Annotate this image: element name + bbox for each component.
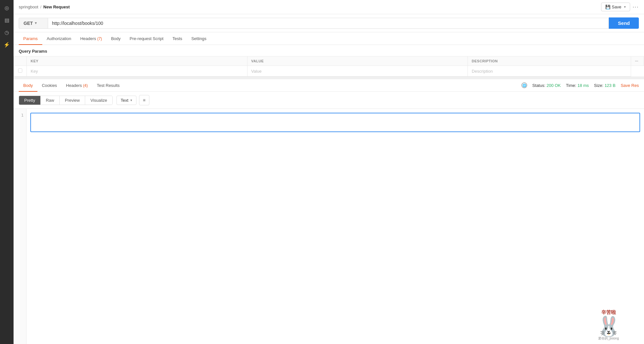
tab-headers[interactable]: Headers (7) — [76, 32, 106, 45]
value-col-header: VALUE — [247, 57, 468, 66]
text-format-dropdown[interactable]: Text ▾ — [116, 96, 136, 105]
collection-name: springboot — [19, 5, 38, 9]
status-value: 200 OK — [547, 83, 561, 88]
text-format-chevron-icon: ▾ — [130, 98, 132, 102]
tab-pre-request-script[interactable]: Pre-request Script — [125, 32, 168, 45]
wrap-button[interactable]: ≡ — [139, 95, 149, 105]
pretty-button[interactable]: Pretty — [19, 96, 41, 105]
size-value: 123 B — [605, 83, 616, 88]
response-tab-cookies[interactable]: Cookies — [37, 79, 62, 92]
line-number-1: 1 — [16, 113, 24, 118]
response-section: Body Cookies Headers (4) Test Results 🌐 … — [14, 79, 644, 344]
request-name: New Request — [43, 5, 70, 9]
code-area[interactable] — [26, 109, 644, 344]
sidebar: ◎ ▤ ◷ ⚡ — [0, 0, 14, 344]
response-tab-body[interactable]: Body — [19, 79, 37, 92]
url-bar: GET ▾ Send — [14, 14, 644, 32]
breadcrumb-separator: / — [40, 5, 42, 9]
value-placeholder: Value — [251, 69, 262, 74]
checkbox-col-header — [14, 57, 27, 66]
status-label: Status: 200 OK — [532, 83, 561, 88]
topbar-actions: 💾 Save ▾ ··· — [601, 3, 639, 11]
response-tabs-row: Body Cookies Headers (4) Test Results 🌐 … — [14, 79, 644, 92]
request-tabs: Params Authorization Headers (7) Body Pr… — [14, 32, 644, 45]
desc-placeholder: Description — [472, 69, 493, 74]
history-icon[interactable]: ◷ — [2, 27, 12, 37]
key-col-header: KEY — [27, 57, 247, 66]
main-content: springboot / New Request 💾 Save ▾ ··· GE… — [14, 0, 644, 344]
response-content: 1 — [14, 109, 644, 344]
tab-body[interactable]: Body — [106, 32, 125, 45]
method-label: GET — [24, 21, 33, 26]
tab-settings[interactable]: Settings — [187, 32, 211, 45]
folder-icon[interactable]: ▤ — [2, 15, 12, 25]
globe-icon: 🌐 — [521, 82, 527, 88]
logo-icon[interactable]: ◎ — [2, 3, 12, 13]
headers-badge: (7) — [97, 36, 102, 41]
save-icon: 💾 — [605, 5, 610, 9]
response-text-box[interactable] — [30, 113, 640, 132]
response-tab-test-results[interactable]: Test Results — [92, 79, 124, 92]
visualize-button[interactable]: Visualize — [85, 96, 112, 105]
request-section: Query Params KEY VALUE DESCRIPTION ··· — [14, 45, 644, 77]
section-divider — [14, 77, 644, 79]
row-checkbox[interactable] — [18, 68, 22, 73]
table-row: Key Value Description — [14, 66, 644, 77]
line-numbers: 1 — [14, 109, 26, 344]
time-label: Time: 18 ms — [566, 83, 589, 88]
tab-authorization[interactable]: Authorization — [42, 32, 76, 45]
more-col-header: ··· — [631, 57, 644, 66]
chart-icon[interactable]: ⚡ — [2, 39, 12, 50]
response-status: 🌐 Status: 200 OK Time: 18 ms Size: 123 B… — [521, 82, 639, 88]
params-table: KEY VALUE DESCRIPTION ··· Key Value — [14, 56, 644, 77]
response-tab-headers[interactable]: Headers (4) — [62, 79, 92, 92]
method-chevron-icon: ▾ — [35, 21, 37, 25]
key-placeholder: Key — [31, 69, 38, 74]
breadcrumb: springboot / New Request — [19, 5, 70, 9]
topbar: springboot / New Request 💾 Save ▾ ··· — [14, 0, 644, 14]
time-value: 18 ms — [578, 83, 589, 88]
format-group: Pretty Raw Preview Visualize — [19, 96, 113, 105]
url-input[interactable] — [48, 18, 609, 29]
save-button[interactable]: 💾 Save ▾ — [601, 3, 630, 11]
response-headers-badge: (4) — [83, 83, 88, 88]
response-tabs: Body Cookies Headers (4) Test Results — [19, 79, 124, 91]
send-button[interactable]: Send — [609, 17, 639, 29]
save-response-button[interactable]: Save Res — [621, 83, 639, 88]
tab-params[interactable]: Params — [19, 32, 42, 45]
method-selector[interactable]: GET ▾ — [19, 18, 48, 29]
query-params-label: Query Params — [14, 45, 644, 56]
preview-button[interactable]: Preview — [60, 96, 85, 105]
text-format-label: Text — [121, 98, 128, 103]
tab-tests[interactable]: Tests — [168, 32, 187, 45]
response-body-toolbar: Pretty Raw Preview Visualize Text ▾ ≡ — [14, 92, 644, 109]
save-dropdown-icon[interactable]: ▾ — [624, 5, 626, 9]
desc-col-header: DESCRIPTION — [468, 57, 631, 66]
size-label: Size: 123 B — [594, 83, 616, 88]
raw-button[interactable]: Raw — [41, 96, 60, 105]
more-options-button[interactable]: ··· — [633, 4, 639, 10]
wrap-icon: ≡ — [143, 98, 146, 103]
